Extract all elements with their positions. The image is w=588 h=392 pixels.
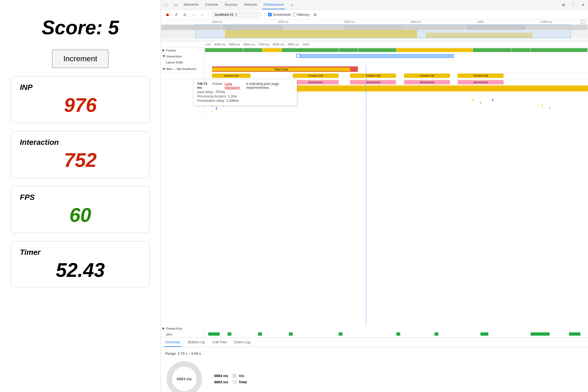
increment-button[interactable]: Increment bbox=[52, 50, 109, 68]
tab-console[interactable]: Console bbox=[204, 0, 219, 9]
tooltip-input-delay-row: Input delay 747ms bbox=[197, 90, 293, 94]
summary-content: Range: 2.79 s – 9.66 s 6863 ms 6863 ms I bbox=[161, 347, 588, 392]
url-dropdown-icon[interactable]: ▼ bbox=[235, 13, 237, 16]
memory-checkbox[interactable] bbox=[293, 13, 297, 16]
anon-5[interactable]: (anonymous) bbox=[458, 80, 504, 84]
layout-shifts-content bbox=[204, 59, 588, 65]
frames-label: Frames bbox=[161, 47, 204, 53]
screenshots-label: Screenshots bbox=[273, 13, 291, 17]
legend-idle-swatch bbox=[233, 374, 237, 378]
screenshots-toggle[interactable]: Screenshots bbox=[268, 13, 291, 17]
frames-content bbox=[204, 47, 588, 53]
function-call-3[interactable]: Function Call bbox=[350, 74, 396, 78]
interactions-expand-icon[interactable] bbox=[163, 55, 165, 57]
device-icon[interactable]: ▭ bbox=[173, 2, 178, 8]
memory-toggle[interactable]: Memory bbox=[293, 13, 310, 17]
donut-center-label: 6863 ms bbox=[177, 377, 192, 381]
frames-track: Frames bbox=[161, 47, 588, 53]
legend-total: 6863 ms Total bbox=[214, 380, 247, 384]
gpu-bar-2 bbox=[228, 332, 231, 336]
settings-icon[interactable]: ⚙ bbox=[561, 2, 566, 8]
clear-button[interactable]: ⊘ bbox=[182, 11, 188, 18]
function-calls-track: Function Call Function Call Function Cal… bbox=[161, 73, 588, 79]
legend-total-ms: 6863 ms bbox=[214, 380, 231, 384]
record-button[interactable]: ⏺ bbox=[164, 11, 171, 18]
tooltip-processing-row: Processing duration 1.2ms bbox=[197, 94, 293, 98]
anon-2[interactable]: (anonymous) bbox=[293, 80, 339, 84]
function-calls-label bbox=[161, 73, 204, 79]
legend-items: 6863 ms Idle 6863 ms Total bbox=[214, 374, 247, 384]
cpu-throttle-icon[interactable]: ⚙ bbox=[312, 11, 318, 18]
gpu-content bbox=[204, 332, 588, 337]
tab-network[interactable]: Network bbox=[243, 0, 258, 9]
timeline-overview[interactable]: 2000 ms 4000 ms 6000 ms 8000 ms 10000 12… bbox=[161, 20, 588, 41]
frames-expand-icon[interactable] bbox=[163, 49, 165, 52]
url-label: localhost #1 bbox=[215, 13, 234, 17]
gpu-bar-8 bbox=[480, 332, 488, 336]
summary-chart-area: 6863 ms 6863 ms Idle 6863 ms Total bbox=[165, 360, 584, 392]
tooltip-input-delay-label: Input delay bbox=[197, 90, 213, 94]
tab-summary[interactable]: Summary bbox=[164, 338, 182, 347]
tab-call-tree[interactable]: Call Tree bbox=[212, 338, 228, 347]
close-icon[interactable]: ✕ bbox=[580, 2, 586, 8]
tooltip-link[interactable]: Long interaction bbox=[225, 82, 244, 90]
timer-fired-block[interactable]: Timer Fired bbox=[212, 68, 350, 71]
interactions-label: Interactions bbox=[161, 53, 204, 59]
ruler-4000: 4000 ms bbox=[212, 43, 227, 46]
function-call-2[interactable]: Function Call bbox=[293, 74, 339, 78]
tooltip-suffix: is indicating poor page responsiveness. bbox=[246, 82, 293, 90]
tab-elements[interactable]: Elements bbox=[183, 0, 200, 9]
url-bar[interactable]: localhost #1 ▼ bbox=[212, 12, 261, 17]
legend-idle-label: Idle bbox=[239, 374, 244, 378]
donut-chart: 6863 ms bbox=[165, 360, 203, 392]
anon-3[interactable]: (anonymous) bbox=[350, 80, 396, 84]
tooltip-presentation-label: Presentation delay bbox=[197, 99, 224, 103]
ruler-8000: 8000 ms bbox=[271, 43, 286, 46]
timeline-ruler: ms 4000 ms 5000 ms 6000 ms 7000 ms 8000 … bbox=[161, 41, 588, 47]
thread-pool-expand-icon[interactable] bbox=[163, 327, 165, 330]
legend-idle: 6863 ms Idle bbox=[214, 374, 247, 378]
inp-value: 976 bbox=[20, 94, 141, 116]
gpu-track: GPU bbox=[161, 332, 588, 338]
inspect-icon[interactable]: ⬚ bbox=[163, 2, 169, 8]
function-call-5[interactable]: Function Call bbox=[458, 74, 504, 78]
function-call-4[interactable]: Function Call bbox=[404, 74, 450, 78]
ruler-1000x: 1000 bbox=[301, 43, 311, 46]
tooltip-event: Pointer bbox=[212, 82, 222, 90]
function-call-1[interactable]: Function Call bbox=[212, 74, 250, 78]
fps-card: FPS 60 bbox=[11, 186, 150, 233]
tooltip-time-row: 749.74 ms Pointer Long interaction is in… bbox=[197, 82, 293, 90]
upload-button[interactable]: ↑ bbox=[190, 11, 197, 18]
legend-idle-ms: 6863 ms bbox=[214, 374, 231, 378]
tab-sources[interactable]: Sources bbox=[223, 0, 239, 9]
screenshots-checkbox[interactable] bbox=[268, 13, 272, 16]
more-options-icon[interactable]: ⋮ bbox=[571, 2, 576, 8]
separator-2 bbox=[265, 12, 265, 17]
gpu-label: GPU bbox=[161, 332, 204, 337]
devtools-panel: ⬚ ▭ Elements Console Sources Network Per… bbox=[161, 0, 588, 392]
gpu-bar-6 bbox=[396, 332, 400, 336]
legend-total-swatch bbox=[233, 380, 237, 384]
fps-label: FPS bbox=[20, 193, 141, 202]
main-expand-icon[interactable] bbox=[163, 68, 165, 70]
inp-card: INP 976 bbox=[11, 76, 150, 123]
bottom-panel: Summary Bottom-Up Call Tree Event Log Ra… bbox=[161, 338, 588, 392]
more-tabs-icon[interactable]: » bbox=[289, 2, 295, 8]
tooltip-processing-value: 1.2ms bbox=[228, 94, 237, 98]
fps-value: 60 bbox=[20, 204, 141, 226]
main-timeline-area: Main — http://localhost:5 Task Timer Fir… bbox=[161, 65, 588, 326]
timer-value: 52.43 bbox=[20, 259, 141, 281]
tooltip-presentation-value: 1.539ms bbox=[226, 99, 239, 103]
timer-card: Timer 52.43 bbox=[11, 241, 150, 288]
anon-4[interactable]: (anonymous) bbox=[404, 80, 450, 84]
ruler-5000: 5000 ms bbox=[227, 43, 242, 46]
reload-button[interactable]: ↺ bbox=[173, 11, 179, 18]
interactions-track: Interactions bbox=[161, 53, 588, 59]
tab-event-log[interactable]: Event Log bbox=[233, 338, 252, 347]
layout-shifts-label: Layout Shifts bbox=[161, 59, 204, 65]
interaction-value: 752 bbox=[20, 149, 141, 171]
tab-performance[interactable]: Performance bbox=[262, 0, 285, 9]
download-button[interactable]: ↓ bbox=[199, 11, 206, 18]
tab-bottom-up[interactable]: Bottom-Up bbox=[187, 338, 206, 347]
legend-total-label: Total bbox=[239, 380, 247, 384]
